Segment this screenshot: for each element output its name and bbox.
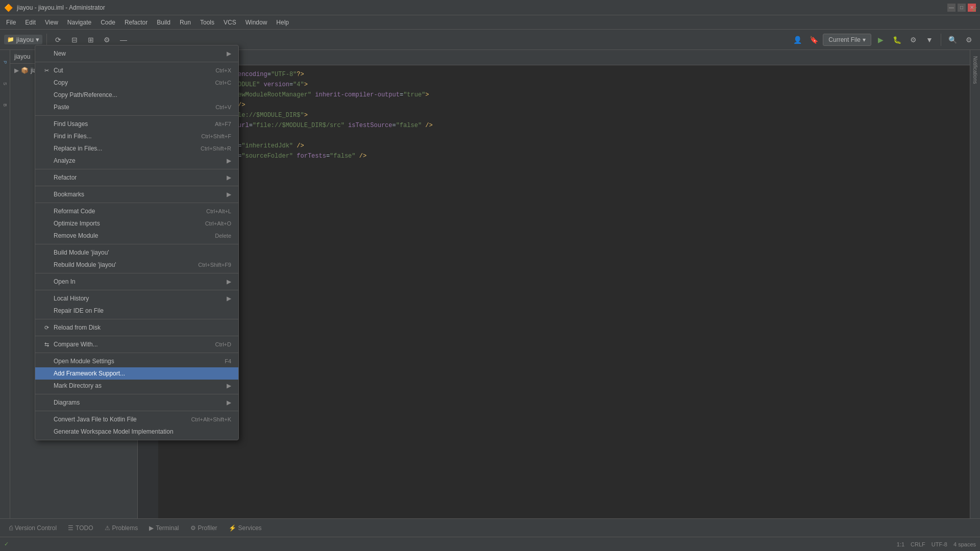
cursor-position[interactable]: 1:1: [897, 541, 904, 547]
ctx-sep-9: [35, 319, 238, 319]
ctx-open-in-label: Open In: [54, 278, 76, 285]
tab-version-control[interactable]: ⎙ Version Control: [4, 522, 62, 534]
more-run-button[interactable]: ▼: [922, 33, 937, 47]
ctx-reload-disk[interactable]: ⟳ Reload from Disk: [35, 321, 238, 334]
ctx-diagrams[interactable]: Diagrams ▶: [35, 396, 238, 409]
terminal-icon: ▶: [149, 524, 154, 532]
ctx-mark-directory[interactable]: Mark Directory as ▶: [35, 380, 238, 392]
profile-button[interactable]: 👤: [790, 33, 804, 47]
tab-problems[interactable]: ⚠ Problems: [100, 522, 143, 534]
ctx-rebuild-module[interactable]: Rebuild Module 'jiayou' Ctrl+Shift+F9: [35, 259, 238, 271]
title-bar-left: 🔶 jiayou - jiayou.iml - Administrator: [4, 4, 105, 12]
ctx-repair-ide[interactable]: Repair IDE on File: [35, 305, 238, 317]
menu-code[interactable]: Code: [96, 18, 119, 27]
ctx-local-history-arrow: ▶: [227, 295, 231, 302]
ctx-add-framework[interactable]: Add Framework Support...: [35, 367, 238, 380]
ctx-sep-4: [35, 186, 238, 186]
settings2-button[interactable]: ⚙: [962, 33, 976, 47]
ctx-copy[interactable]: Copy Ctrl+C: [35, 77, 238, 89]
menu-run[interactable]: Run: [176, 18, 195, 27]
ctx-cut-label: Cut: [54, 67, 63, 74]
tab-profiler[interactable]: ⚙ Profiler: [185, 522, 223, 534]
ctx-local-history[interactable]: Local History ▶: [35, 292, 238, 305]
tab-services[interactable]: ⚡ Services: [224, 522, 267, 534]
ctx-find-files[interactable]: Find in Files... Ctrl+Shift+F: [35, 130, 238, 142]
menu-build[interactable]: Build: [153, 18, 175, 27]
ctx-reformat[interactable]: Reformat Code Ctrl+Alt+L: [35, 205, 238, 217]
run-config-button[interactable]: ⚙: [906, 33, 920, 47]
menu-help[interactable]: Help: [272, 18, 293, 27]
ctx-replace-files-label: Replace in Files...: [54, 145, 102, 152]
sidebar-structure-icon[interactable]: S: [1, 73, 9, 94]
tab-terminal-label: Terminal: [156, 524, 179, 532]
project-selector[interactable]: 📁 jiayou ▾: [4, 35, 42, 44]
ctx-gen-workspace[interactable]: Generate Workspace Model Implementation: [35, 425, 238, 438]
bookmark-button[interactable]: 🔖: [806, 33, 821, 47]
maximize-button[interactable]: □: [958, 4, 966, 12]
ctx-replace-files[interactable]: Replace in Files... Ctrl+Shift+R: [35, 142, 238, 155]
tab-services-label: Services: [238, 524, 262, 532]
indent-setting[interactable]: 4 spaces: [953, 541, 976, 547]
ctx-find-usages[interactable]: Find Usages Alt+F7: [35, 118, 238, 130]
ctx-build-module-label: Build Module 'jiayou': [54, 249, 109, 256]
ctx-sep-3: [35, 169, 238, 169]
tab-bar: ◼ jiayou.iml ✕: [138, 50, 970, 65]
ctx-module-settings[interactable]: Open Module Settings F4: [35, 355, 238, 367]
tab-terminal[interactable]: ▶ Terminal: [144, 522, 184, 534]
minimize-button[interactable]: —: [947, 4, 955, 12]
ctx-copy-path[interactable]: Copy Path/Reference...: [35, 89, 238, 101]
ctx-diagrams-label: Diagrams: [54, 399, 80, 406]
menu-file[interactable]: File: [2, 18, 20, 27]
ctx-refactor[interactable]: Refactor ▶: [35, 171, 238, 184]
menu-refactor[interactable]: Refactor: [120, 18, 152, 27]
ctx-remove-module[interactable]: Remove Module Delete: [35, 230, 238, 242]
editor-area: ◼ jiayou.iml ✕ 12345 67891011 <?xml vers…: [138, 50, 970, 518]
todo-icon: ☰: [68, 524, 74, 532]
tab-problems-label: Problems: [112, 524, 138, 532]
search-button[interactable]: 🔍: [945, 33, 960, 47]
ctx-convert-kotlin[interactable]: Convert Java File to Kotlin File Ctrl+Al…: [35, 413, 238, 425]
ctx-bookmarks[interactable]: Bookmarks ▶: [35, 188, 238, 201]
ctx-sep-5: [35, 203, 238, 203]
ctx-new[interactable]: New ▶: [35, 47, 238, 60]
file-encoding[interactable]: UTF-8: [932, 541, 947, 547]
ctx-remove-module-label: Remove Module: [54, 232, 98, 239]
ctx-copy-label: Copy: [54, 79, 68, 86]
sidebar-project-icon[interactable]: P: [1, 52, 9, 72]
ctx-find-usages-shortcut: Alt+F7: [215, 121, 231, 127]
menu-edit[interactable]: Edit: [21, 18, 40, 27]
project-tree-label: jiayou: [14, 53, 30, 60]
ctx-remove-module-shortcut: Delete: [215, 233, 231, 239]
ctx-mark-directory-arrow: ▶: [227, 382, 231, 389]
tab-todo[interactable]: ☰ TODO: [63, 522, 98, 534]
ctx-convert-kotlin-shortcut: Ctrl+Alt+Shift+K: [191, 416, 231, 422]
menu-tools[interactable]: Tools: [196, 18, 218, 27]
menu-window[interactable]: Window: [241, 18, 272, 27]
debug-button[interactable]: 🐛: [890, 33, 904, 47]
profiler-icon: ⚙: [190, 524, 196, 532]
menu-view[interactable]: View: [41, 18, 62, 27]
menu-navigate[interactable]: Navigate: [63, 18, 95, 27]
ctx-open-in[interactable]: Open In ▶: [35, 276, 238, 288]
ctx-build-module[interactable]: Build Module 'jiayou': [35, 246, 238, 259]
run-button[interactable]: ▶: [873, 33, 888, 47]
ctx-analyze[interactable]: Analyze ▶: [35, 155, 238, 167]
ctx-open-in-arrow: ▶: [227, 278, 231, 285]
ctx-sep-11: [35, 353, 238, 353]
current-file-dropdown[interactable]: Current File ▾: [823, 34, 871, 46]
ctx-paste[interactable]: Paste Ctrl+V: [35, 101, 238, 113]
menu-vcs[interactable]: VCS: [219, 18, 240, 27]
ctx-compare-with[interactable]: ⇆ Compare With... Ctrl+D: [35, 338, 238, 350]
tab-todo-label: TODO: [76, 524, 93, 532]
ctx-cut[interactable]: ✂ Cut Ctrl+X: [35, 64, 238, 77]
ctx-optimize-imports[interactable]: Optimize Imports Ctrl+Alt+O: [35, 217, 238, 230]
code-content[interactable]: <?xml version="1.0" encoding="UTF-8"?> <…: [158, 65, 970, 518]
line-separator[interactable]: CRLF: [911, 541, 925, 547]
sidebar-bookmarks-icon[interactable]: B: [1, 95, 9, 115]
ctx-diagrams-arrow: ▶: [227, 399, 231, 406]
status-bar: ✓ 1:1 CRLF UTF-8 4 spaces: [0, 537, 980, 551]
compare-icon: ⇆: [42, 341, 51, 348]
project-name: jiayou: [16, 36, 34, 43]
ctx-refactor-arrow: ▶: [227, 174, 231, 181]
toolbar-sep-1: [46, 34, 47, 46]
